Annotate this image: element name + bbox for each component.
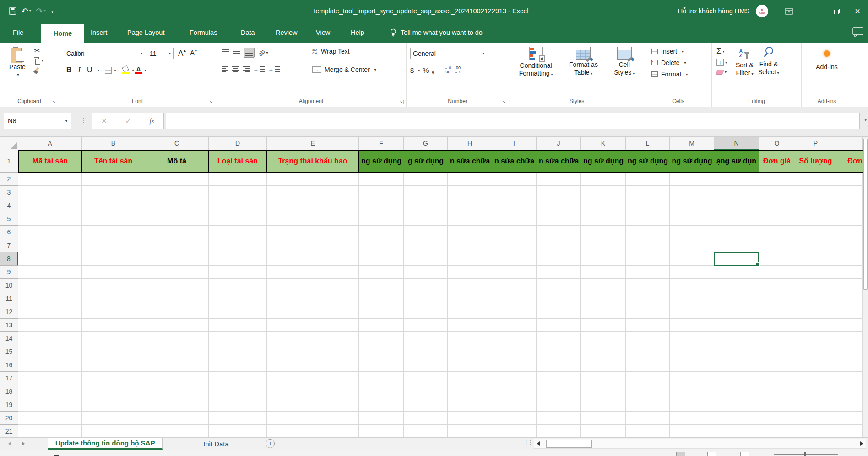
cell-J20[interactable] bbox=[537, 412, 581, 425]
sheet-tab-active[interactable]: Update thông tin đồng bộ SAP bbox=[48, 438, 163, 450]
row-header-2[interactable]: 2 bbox=[0, 173, 18, 186]
cell-F21[interactable] bbox=[359, 425, 404, 437]
cell-M6[interactable] bbox=[670, 226, 714, 239]
cell-F6[interactable] bbox=[359, 226, 404, 239]
cell-O1[interactable]: Đơn giá bbox=[759, 150, 795, 173]
cell-M20[interactable] bbox=[670, 412, 714, 425]
cell-G3[interactable] bbox=[404, 186, 448, 199]
cell-C18[interactable] bbox=[145, 385, 209, 398]
cell-B5[interactable] bbox=[82, 212, 145, 226]
cell-M17[interactable] bbox=[670, 372, 714, 385]
cell-L15[interactable] bbox=[626, 345, 670, 358]
cell-I1[interactable]: n sửa chữa bbox=[492, 150, 537, 173]
cell-L13[interactable] bbox=[626, 319, 670, 332]
cell-D6[interactable] bbox=[209, 226, 267, 239]
cell-E1[interactable]: Trạng thái khấu hao bbox=[267, 150, 359, 173]
zoom-slider-knob[interactable] bbox=[804, 452, 806, 456]
zoom-slider[interactable] bbox=[774, 454, 838, 455]
italic-button[interactable]: I bbox=[76, 65, 83, 75]
save-icon[interactable] bbox=[9, 7, 16, 15]
bold-button[interactable]: B bbox=[64, 65, 75, 75]
fill-color-button[interactable] bbox=[122, 66, 130, 74]
cell-F13[interactable] bbox=[359, 319, 404, 332]
format-cells-button[interactable]: Format▾ bbox=[651, 71, 688, 78]
cell-K9[interactable] bbox=[581, 266, 626, 279]
cell-O5[interactable] bbox=[759, 212, 795, 226]
cell-K18[interactable] bbox=[581, 385, 626, 398]
cell-O12[interactable] bbox=[759, 305, 795, 319]
cell-N11[interactable] bbox=[714, 292, 759, 305]
cell-F3[interactable] bbox=[359, 186, 404, 199]
cell-Q9[interactable] bbox=[836, 266, 863, 279]
clear-button[interactable]: ▾ bbox=[716, 70, 727, 75]
cell-K3[interactable] bbox=[581, 186, 626, 199]
cell-B8[interactable] bbox=[82, 252, 145, 266]
font-name-combo[interactable]: Calibri▾ bbox=[64, 48, 145, 59]
hscroll-thumb[interactable] bbox=[546, 440, 592, 448]
cell-C15[interactable] bbox=[145, 345, 209, 358]
enter-icon[interactable]: ✓ bbox=[125, 117, 131, 125]
cell-A2[interactable] bbox=[18, 173, 82, 186]
cell-P9[interactable] bbox=[795, 266, 836, 279]
cell-H2[interactable] bbox=[448, 173, 492, 186]
vscroll-thumb[interactable] bbox=[863, 139, 868, 290]
page-break-view-button[interactable] bbox=[740, 452, 749, 456]
cell-I7[interactable] bbox=[492, 239, 537, 252]
cell-K17[interactable] bbox=[581, 372, 626, 385]
cell-J11[interactable] bbox=[537, 292, 581, 305]
cell-H12[interactable] bbox=[448, 305, 492, 319]
cell-D5[interactable] bbox=[209, 212, 267, 226]
cell-D19[interactable] bbox=[209, 398, 267, 412]
cell-O14[interactable] bbox=[759, 332, 795, 345]
cell-L19[interactable] bbox=[626, 398, 670, 412]
align-right-button[interactable] bbox=[243, 66, 250, 72]
cell-C12[interactable] bbox=[145, 305, 209, 319]
column-header-C[interactable]: C bbox=[145, 137, 209, 150]
row-header-14[interactable]: 14 bbox=[0, 332, 18, 345]
insert-function-button[interactable]: fx bbox=[149, 117, 154, 125]
cell-C5[interactable] bbox=[145, 212, 209, 226]
cell-A13[interactable] bbox=[18, 319, 82, 332]
scrollbar-splitter[interactable]: ⋮⋮ bbox=[524, 440, 532, 445]
cell-M12[interactable] bbox=[670, 305, 714, 319]
tab-help[interactable]: Help bbox=[348, 22, 367, 43]
cell-G11[interactable] bbox=[404, 292, 448, 305]
tab-home[interactable]: Home bbox=[41, 24, 84, 43]
cell-Q14[interactable] bbox=[836, 332, 863, 345]
align-bottom-button[interactable] bbox=[244, 48, 255, 58]
column-header-partial[interactable] bbox=[836, 137, 863, 150]
cell-Q17[interactable] bbox=[836, 372, 863, 385]
decrease-font-button[interactable]: A▼ bbox=[190, 49, 197, 56]
cell-K10[interactable] bbox=[581, 279, 626, 292]
cell-I11[interactable] bbox=[492, 292, 537, 305]
cell-Q6[interactable] bbox=[836, 226, 863, 239]
hscroll-left-icon[interactable] bbox=[537, 441, 540, 446]
cell-N15[interactable] bbox=[714, 345, 759, 358]
cell-Q13[interactable] bbox=[836, 319, 863, 332]
cell-A18[interactable] bbox=[18, 385, 82, 398]
cell-H1[interactable]: n sửa chữa bbox=[448, 150, 492, 173]
cell-J16[interactable] bbox=[537, 358, 581, 372]
cell-P20[interactable] bbox=[795, 412, 836, 425]
redo-button[interactable]: ↷▾ bbox=[36, 7, 46, 16]
cell-C13[interactable] bbox=[145, 319, 209, 332]
cell-K11[interactable] bbox=[581, 292, 626, 305]
cell-C8[interactable] bbox=[145, 252, 209, 266]
cell-P19[interactable] bbox=[795, 398, 836, 412]
cell-D1[interactable]: Loại tài sản bbox=[209, 150, 267, 173]
hscroll-right-icon[interactable] bbox=[860, 441, 863, 446]
cell-J8[interactable] bbox=[537, 252, 581, 266]
cell-G16[interactable] bbox=[404, 358, 448, 372]
row-header-7[interactable]: 7 bbox=[0, 239, 18, 252]
row-header-5[interactable]: 5 bbox=[0, 212, 18, 226]
cell-O2[interactable] bbox=[759, 173, 795, 186]
fill-button[interactable]: ↓▾ bbox=[716, 59, 727, 66]
cell-P4[interactable] bbox=[795, 199, 836, 212]
alignment-dialog-launcher-icon[interactable]: ↘ bbox=[398, 100, 404, 104]
cancel-icon[interactable]: ✕ bbox=[101, 117, 107, 125]
cell-I3[interactable] bbox=[492, 186, 537, 199]
cell-M5[interactable] bbox=[670, 212, 714, 226]
cell-A16[interactable] bbox=[18, 358, 82, 372]
cell-D20[interactable] bbox=[209, 412, 267, 425]
format-as-table-button[interactable]: Format as Table▾ bbox=[569, 43, 598, 107]
